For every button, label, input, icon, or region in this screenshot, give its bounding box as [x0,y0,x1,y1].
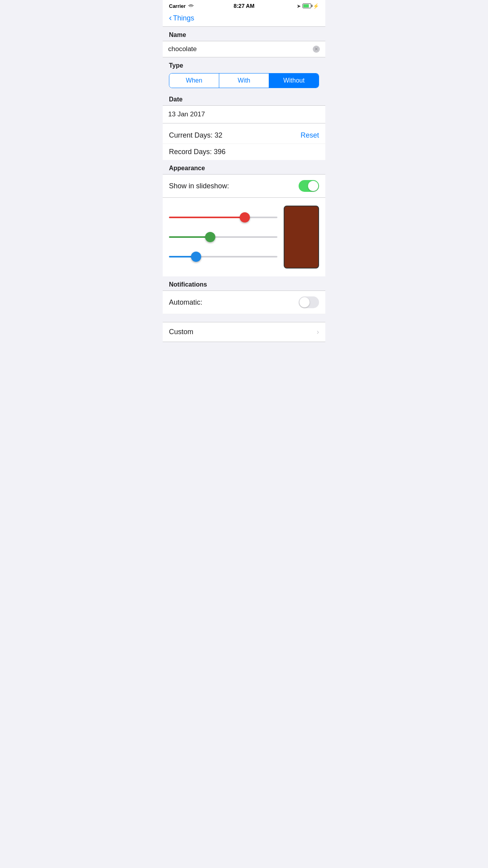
name-input[interactable] [168,45,313,53]
type-segmented-control: When With Without [169,73,319,88]
blue-slider-thumb[interactable] [191,252,201,262]
back-chevron-icon: ‹ [169,14,172,22]
custom-label: Custom [169,328,193,336]
color-preview [284,206,319,268]
reset-button[interactable]: Reset [301,131,319,140]
slideshow-toggle-row: Show in slideshow: [169,180,319,192]
appearance-title: Appearance [169,165,205,171]
battery-indicator [303,4,311,8]
charging-icon: ⚡ [313,3,319,9]
record-days-row: Record Days: 396 [163,143,325,160]
blue-slider-row [169,251,277,263]
green-slider-row [169,231,277,243]
notifications-title: Notifications [169,281,207,288]
automatic-toggle-knob [299,297,310,307]
back-label: Things [173,14,194,22]
clear-button[interactable]: ✕ [313,46,320,53]
type-title: Type [169,62,319,69]
automatic-row: Automatic: [163,291,325,314]
green-slider-thumb[interactable] [205,232,215,242]
green-slider-track[interactable] [169,236,277,238]
status-time: 8:27 AM [233,3,254,9]
red-slider-thumb[interactable] [240,212,250,223]
automatic-toggle[interactable] [299,296,319,308]
current-days-row: Current Days: 32 Reset [169,129,319,142]
status-left: Carrier [169,3,194,9]
blue-slider-track[interactable] [169,256,277,257]
sliders-container [163,198,325,276]
nav-bar: ‹ Things [163,11,325,27]
name-title: Name [169,31,186,38]
name-section-header: Name [163,27,325,41]
stats-container: Current Days: 32 Reset [163,123,325,143]
segment-when[interactable]: When [169,74,219,88]
notifications-content: Automatic: [163,291,325,314]
wifi-icon [188,4,194,8]
date-section-header: Date [163,91,325,105]
spacer [163,314,325,322]
current-days-label: Current Days: 32 [169,131,222,140]
date-value: 13 Jan 2017 [168,110,205,118]
status-right: ➤ ⚡ [297,3,319,9]
slideshow-toggle[interactable] [299,180,319,192]
record-days-label: Record Days: 396 [169,148,226,156]
red-slider-track[interactable] [169,217,277,218]
chevron-right-icon: › [317,328,319,336]
date-title: Date [169,96,183,103]
name-input-container: ✕ [163,41,325,57]
segment-without[interactable]: Without [269,74,319,88]
date-container[interactable]: 13 Jan 2017 [163,105,325,123]
type-section: Type When With Without [163,57,325,91]
automatic-label: Automatic: [169,298,202,307]
appearance-content: Show in slideshow: [163,174,325,198]
status-bar: Carrier 8:27 AM ➤ ⚡ [163,0,325,11]
carrier-label: Carrier [169,3,186,9]
slideshow-label: Show in slideshow: [169,182,229,190]
notifications-section-header: Notifications [163,276,325,291]
custom-row[interactable]: Custom › [163,322,325,342]
sliders-column [169,211,277,263]
bottom-spacer [163,342,325,350]
appearance-section-header: Appearance [163,160,325,174]
location-icon: ➤ [297,3,301,9]
segment-with[interactable]: With [219,74,269,88]
red-slider-row [169,211,277,223]
toggle-knob [308,181,318,191]
back-button[interactable]: ‹ Things [169,14,194,22]
